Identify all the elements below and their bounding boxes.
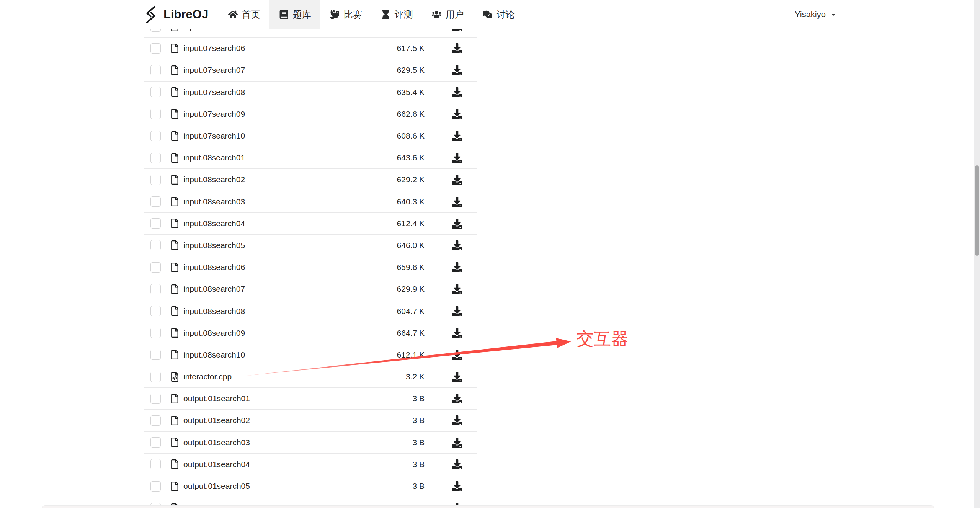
row-checkbox[interactable] xyxy=(150,153,161,163)
table-row[interactable]: input.08search02 629.2 K xyxy=(144,169,477,191)
table-row[interactable]: input.08search06 659.6 K xyxy=(144,256,477,278)
file-name: input.08search01 xyxy=(183,153,245,162)
download-button[interactable] xyxy=(452,415,462,425)
table-row[interactable]: input.07search10 608.6 K xyxy=(144,125,477,147)
file-name: input.08search10 xyxy=(183,350,245,359)
table-row[interactable]: output.01search04 3 B xyxy=(144,454,477,475)
download-button[interactable] xyxy=(452,481,462,491)
annotation-label: 交互器 xyxy=(577,328,628,349)
download-button[interactable] xyxy=(452,438,462,448)
row-checkbox[interactable] xyxy=(150,262,161,273)
file-code-icon xyxy=(171,372,178,382)
nav-item-discussion[interactable]: 讨论 xyxy=(473,0,524,29)
file-name: input.08search08 xyxy=(183,307,245,316)
download-button[interactable] xyxy=(452,262,462,272)
row-checkbox[interactable] xyxy=(150,415,161,426)
download-button[interactable] xyxy=(452,372,462,382)
row-checkbox[interactable] xyxy=(150,328,161,338)
file-name: input.08search02 xyxy=(183,175,245,184)
download-button[interactable] xyxy=(452,87,462,97)
nav-item-problems[interactable]: 题库 xyxy=(270,0,320,29)
table-row[interactable]: input.07search09 662.6 K xyxy=(144,103,477,125)
download-button[interactable] xyxy=(452,153,462,163)
table-row[interactable]: input.08search09 664.7 K xyxy=(144,322,477,344)
download-button[interactable] xyxy=(452,328,462,338)
table-row[interactable]: input.08search05 646.0 K xyxy=(144,235,477,256)
nav-item-users[interactable]: 用户 xyxy=(422,0,473,29)
row-checkbox[interactable] xyxy=(150,481,161,492)
row-checkbox[interactable] xyxy=(150,394,161,404)
nav-label: 讨论 xyxy=(497,8,515,21)
file-icon xyxy=(171,263,178,272)
scrollbar-thumb[interactable] xyxy=(975,165,979,256)
file-size: 604.7 K xyxy=(397,307,425,316)
file-name: input.08search03 xyxy=(183,197,245,206)
comments-icon xyxy=(483,10,492,19)
row-checkbox[interactable] xyxy=(150,306,161,316)
file-icon xyxy=(171,482,178,491)
nav-item-contests[interactable]: 比赛 xyxy=(320,0,371,29)
row-checkbox[interactable] xyxy=(150,284,161,294)
row-checkbox[interactable] xyxy=(150,87,161,97)
download-button[interactable] xyxy=(452,131,462,141)
brand-logo[interactable]: LibreOJ xyxy=(144,0,208,29)
download-icon xyxy=(452,481,462,491)
table-row[interactable]: input.08search10 612.1 K xyxy=(144,344,477,366)
download-button[interactable] xyxy=(452,65,462,75)
file-name: input.07search09 xyxy=(183,109,245,119)
row-checkbox[interactable] xyxy=(150,350,161,360)
row-checkbox[interactable] xyxy=(150,372,161,382)
row-checkbox[interactable] xyxy=(150,240,161,250)
row-checkbox[interactable] xyxy=(150,196,161,207)
download-button[interactable] xyxy=(452,306,462,316)
file-size: 612.4 K xyxy=(397,219,425,228)
table-row[interactable]: input.07search08 635.4 K xyxy=(144,82,477,103)
table-row[interactable]: output.01search05 3 B xyxy=(144,475,477,497)
file-icon xyxy=(171,240,178,250)
download-button[interactable] xyxy=(452,219,462,229)
table-row[interactable]: input.08search07 629.9 K xyxy=(144,278,477,300)
download-icon xyxy=(452,328,462,338)
row-checkbox[interactable] xyxy=(150,131,161,141)
table-row[interactable]: input.07search07 629.5 K xyxy=(144,59,477,81)
row-checkbox[interactable] xyxy=(150,175,161,185)
download-button[interactable] xyxy=(452,175,462,185)
download-button[interactable] xyxy=(452,109,462,119)
nav-item-judge[interactable]: 评测 xyxy=(371,0,422,29)
download-button[interactable] xyxy=(452,240,462,250)
table-row[interactable]: input.08search03 640.3 K xyxy=(144,191,477,213)
table-row[interactable]: input.08search08 604.7 K xyxy=(144,300,477,322)
file-name: input.07search10 xyxy=(183,131,245,140)
table-row[interactable]: input.08search04 612.4 K xyxy=(144,213,477,235)
download-icon xyxy=(452,240,462,250)
download-button[interactable] xyxy=(452,284,462,294)
row-checkbox[interactable] xyxy=(150,65,161,75)
table-row[interactable]: output.01search02 3 B xyxy=(144,410,477,431)
row-checkbox[interactable] xyxy=(150,437,161,448)
nav-item-home[interactable]: 首页 xyxy=(219,0,270,29)
table-row[interactable]: interactor.cpp 3.2 K xyxy=(144,366,477,388)
download-icon xyxy=(452,438,462,448)
file-name: output.01search01 xyxy=(183,394,250,403)
file-size: 3 B xyxy=(412,416,425,425)
download-button[interactable] xyxy=(452,197,462,207)
table-row[interactable]: input.07search06 617.5 K xyxy=(144,38,477,59)
row-checkbox[interactable] xyxy=(150,218,161,229)
file-icon xyxy=(171,65,178,75)
download-icon xyxy=(452,306,462,316)
download-button[interactable] xyxy=(452,459,462,469)
file-icon xyxy=(171,197,178,206)
scrollbar-track[interactable] xyxy=(974,0,980,508)
download-button[interactable] xyxy=(452,394,462,403)
table-row[interactable]: output.01search01 3 B xyxy=(144,388,477,410)
table-row[interactable]: input.08search01 643.6 K xyxy=(144,147,477,169)
row-checkbox[interactable] xyxy=(150,109,161,119)
row-checkbox[interactable] xyxy=(150,43,161,54)
file-icon xyxy=(171,459,178,469)
download-button[interactable] xyxy=(452,43,462,53)
table-row[interactable]: output.01search03 3 B xyxy=(144,432,477,454)
file-size: 608.6 K xyxy=(397,131,425,140)
row-checkbox[interactable] xyxy=(150,459,161,469)
user-dropdown[interactable]: Yisakiyo xyxy=(795,0,836,29)
download-button[interactable] xyxy=(452,350,462,360)
